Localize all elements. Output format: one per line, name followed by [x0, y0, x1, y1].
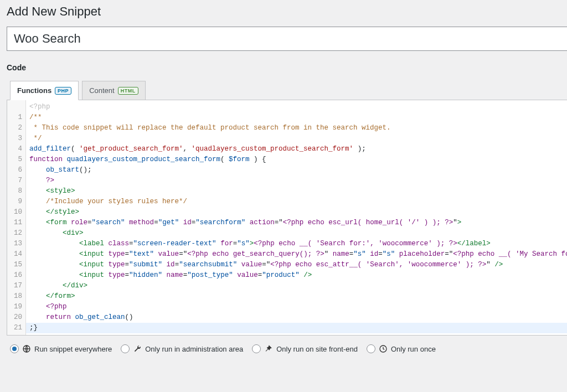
code-line[interactable]: <style> [26, 186, 567, 197]
snippet-title-input[interactable] [7, 27, 567, 51]
scope-label: Run snippet everywhere [34, 345, 112, 353]
code-line[interactable]: </style> [26, 207, 567, 218]
scope-label: Only run on site front-end [276, 345, 358, 353]
wrench-icon [133, 344, 142, 353]
code-line[interactable]: </div> [26, 281, 567, 291]
code-line[interactable]: return ob_get_clean() [26, 312, 567, 323]
code-line[interactable]: ob_start(); [26, 165, 567, 176]
code-line[interactable]: /** [26, 112, 567, 123]
code-line[interactable]: <div> [26, 228, 567, 239]
radio-icon[interactable] [367, 344, 375, 353]
badge-php-icon: PHP [55, 87, 71, 95]
page-title: Add New Snippet [7, 4, 567, 19]
radio-icon[interactable] [121, 344, 130, 353]
code-line[interactable]: <input type="hidden" name="post_type" va… [26, 270, 567, 281]
code-line[interactable]: <label class="screen-reader-text" for="s… [26, 239, 567, 249]
radio-icon[interactable] [252, 344, 261, 353]
tab-functions-label: Functions [17, 86, 51, 95]
scope-label: Only run once [391, 345, 436, 353]
code-line[interactable]: ;} [26, 323, 567, 333]
scope-option-once[interactable]: Only run once [367, 344, 436, 353]
line-gutter: 123456789101112131415161718192021 [7, 100, 26, 335]
code-line[interactable]: <input type="submit" id="searchsubmit" v… [26, 260, 567, 270]
scope-option-everywhere[interactable]: Run snippet everywhere [10, 344, 112, 353]
code-line[interactable]: * This code snippet will replace the def… [26, 123, 567, 133]
tab-content[interactable]: Content HTML [82, 81, 146, 100]
tab-functions[interactable]: Functions PHP [10, 81, 79, 100]
scope-options: Run snippet everywhereOnly run in admini… [10, 344, 567, 353]
code-line[interactable]: <form role="search" method="get" id="sea… [26, 218, 567, 228]
code-line[interactable]: /*Include your styles rules here*/ [26, 197, 567, 207]
code-line[interactable]: </form> [26, 291, 567, 302]
tab-content-label: Content [89, 86, 115, 95]
globe-icon [22, 344, 31, 353]
code-editor[interactable]: 123456789101112131415161718192021 <?php/… [7, 100, 567, 336]
code-line[interactable]: */ [26, 133, 567, 144]
radio-icon[interactable] [10, 344, 19, 353]
clock-icon [379, 344, 388, 353]
code-line[interactable]: add_filter( 'get_product_search_form', '… [26, 144, 567, 154]
scope-option-frontend[interactable]: Only run on site front-end [252, 344, 358, 353]
scope-option-admin[interactable]: Only run in administration area [121, 344, 243, 353]
badge-html-icon: HTML [118, 87, 138, 95]
code-lines[interactable]: <?php/** * This code snippet will replac… [26, 100, 567, 335]
code-section-title: Code [7, 63, 567, 72]
code-line[interactable]: function quadlayers_custom_product_searc… [26, 154, 567, 165]
code-line[interactable]: <?php [26, 302, 567, 312]
code-line[interactable]: ?> [26, 176, 567, 186]
pin-icon [264, 344, 273, 353]
code-tabs: Functions PHP Content HTML [7, 81, 567, 100]
scope-label: Only run in administration area [145, 345, 243, 353]
code-line[interactable]: <input type="text" value="<?php echo get… [26, 249, 567, 260]
